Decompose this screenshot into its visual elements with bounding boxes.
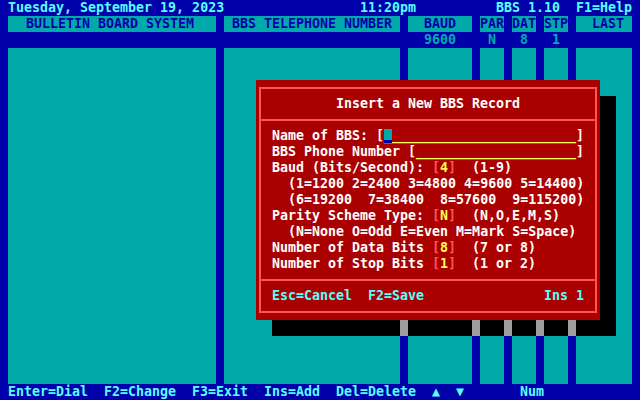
name-bracket-open: [ — [376, 128, 384, 144]
cancel-key-hint[interactable]: Esc=Cancel — [272, 288, 352, 304]
row-parity-value: N — [488, 32, 496, 48]
stop-bits-hint: (1 or 2) — [472, 256, 536, 272]
data-bits-bracket-open: [ — [432, 240, 440, 256]
baud-bracket-open: [ — [432, 160, 440, 176]
table-right-border — [632, 16, 640, 384]
phone-bracket-close: ] — [576, 144, 584, 160]
help-key-hint[interactable]: F1=Help — [576, 0, 632, 16]
data-bits-input[interactable]: 8 — [440, 240, 448, 256]
baud-field-label: Baud (Bits/Second): — [272, 160, 432, 176]
row-data-bits-value: 8 — [520, 32, 528, 48]
delete-key-hint[interactable]: Del=Delete — [336, 384, 416, 400]
scroll-down-icon[interactable]: ▼ — [456, 384, 464, 400]
parity-input[interactable]: N — [440, 208, 448, 224]
dialog-shadow-bottom — [272, 320, 616, 336]
parity-bracket-close: ] — [448, 208, 456, 224]
app-version: BBS 1.10 — [496, 0, 560, 16]
baud-range-hint: (1-9) — [472, 160, 512, 176]
name-bracket-close: ] — [576, 128, 584, 144]
dial-key-hint[interactable]: Enter=Dial — [8, 384, 88, 400]
shadow-separator — [504, 320, 512, 336]
save-key-hint[interactable]: F2=Save — [368, 288, 424, 304]
stop-bits-bracket-close: ] — [448, 256, 456, 272]
header-baud: BAUD — [424, 16, 456, 32]
add-key-hint[interactable]: Ins=Add — [264, 384, 320, 400]
baud-input[interactable]: 4 — [440, 160, 448, 176]
dialog-footer-separator — [259, 279, 597, 281]
text-cursor — [384, 129, 392, 143]
bbs-app-screen: Tuesday, September 19, 2023 11:20pm BBS … — [0, 0, 640, 400]
header-bulletin-board-system: BULLETIN BOARD SYSTEM — [26, 16, 194, 32]
data-bits-hint: (7 or 8) — [472, 240, 536, 256]
data-bits-bracket-close: ] — [448, 240, 456, 256]
shadow-separator — [568, 320, 576, 336]
dialog-title-separator — [259, 119, 597, 121]
shadow-separator — [536, 320, 544, 336]
parity-options-hint: (N,O,E,M,S) — [472, 208, 560, 224]
change-key-hint[interactable]: F2=Change — [104, 384, 176, 400]
stop-bits-field-label: Number of Stop Bits — [272, 256, 432, 272]
data-bits-field-label: Number of Data Bits — [272, 240, 432, 256]
baud-bracket-close: ] — [448, 160, 456, 176]
parity-options-line: (N=None O=Odd E=Even M=Mark S=Space) — [288, 224, 576, 240]
exit-key-hint[interactable]: F3=Exit — [192, 384, 248, 400]
header-parity: PAR — [480, 16, 504, 32]
shadow-separator — [472, 320, 480, 336]
row-stop-bits-value: 1 — [552, 32, 560, 48]
row-baud-value: 9600 — [424, 32, 456, 48]
num-lock-indicator: Num — [520, 384, 544, 400]
insert-mode-indicator: Ins 1 — [544, 288, 584, 304]
selected-bbs-row[interactable] — [0, 32, 640, 48]
stop-bits-bracket-open: [ — [432, 256, 440, 272]
current-time: 11:20pm — [360, 0, 416, 16]
name-input[interactable]: ________________________ — [384, 128, 576, 144]
header-last-call: LAST — [592, 16, 624, 32]
header-stop-bits: STP — [544, 16, 568, 32]
header-telephone-number: BBS TELEPHONE NUMBER — [232, 16, 392, 32]
parity-bracket-open: [ — [432, 208, 440, 224]
baud-options-line1: (1=1200 2=2400 3=4800 4=9600 5=14400) — [288, 176, 584, 192]
parity-field-label: Parity Scheme Type: — [272, 208, 432, 224]
dialog-shadow-right — [600, 96, 616, 320]
scroll-up-icon[interactable]: ▲ — [432, 384, 440, 400]
table-left-border — [0, 16, 8, 384]
column-separator — [216, 16, 224, 384]
baud-options-line2: (6=19200 7=38400 8=57600 9=115200) — [288, 192, 584, 208]
dialog-title: Insert a New BBS Record — [336, 96, 520, 112]
current-date: Tuesday, September 19, 2023 — [8, 0, 224, 16]
phone-field-label: BBS Phone Number — [272, 144, 408, 160]
shadow-separator — [400, 320, 408, 336]
stop-bits-input[interactable]: 1 — [440, 256, 448, 272]
phone-bracket-open: [ — [408, 144, 416, 160]
phone-input[interactable]: ____________________ — [416, 144, 576, 160]
header-data-bits: DAT — [512, 16, 536, 32]
name-field-label: Name of BBS: — [272, 128, 376, 144]
